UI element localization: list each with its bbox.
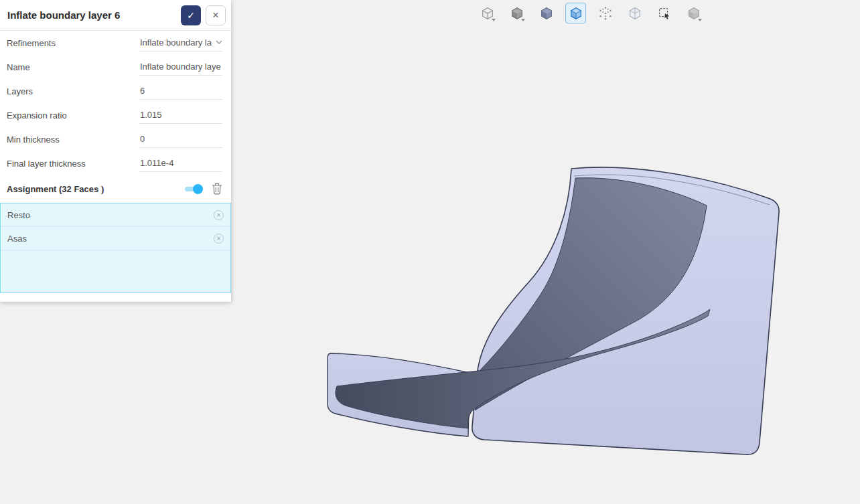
field-label: Expansion ratio: [7, 110, 67, 120]
mesh-toolbar: [477, 3, 704, 23]
assignment-item-name: Resto: [7, 210, 30, 220]
trash-icon[interactable]: [212, 183, 222, 195]
form-row-expansion-ratio: Expansion ratio 1.015: [0, 103, 231, 127]
layers-field[interactable]: 6: [139, 82, 222, 100]
assignment-label: Assignment (32 Faces ): [7, 184, 184, 194]
remove-assignment-icon[interactable]: ×: [214, 210, 224, 220]
refinements-value: Inflate boundary la: [140, 37, 212, 48]
shaded-view-icon[interactable]: [506, 3, 527, 23]
field-label: Min thickness: [7, 135, 60, 145]
min-thickness-field[interactable]: 0: [139, 131, 222, 148]
dropdown-caret-icon: [492, 19, 496, 21]
dropdown-caret-icon: [521, 19, 525, 21]
field-label: Name: [7, 62, 30, 72]
dropdown-caret-icon: [698, 19, 702, 21]
assignment-list[interactable]: Resto × Asas ×: [0, 203, 231, 293]
field-label: Final layer thickness: [7, 159, 86, 169]
chevron-down-icon: [216, 40, 222, 44]
form-row-min-thickness: Min thickness 0: [0, 127, 231, 151]
final-layer-thickness-field[interactable]: 1.011e-4: [139, 155, 222, 172]
apply-button[interactable]: ✓: [181, 5, 201, 25]
list-item[interactable]: Asas ×: [1, 227, 230, 250]
mesh-view-icon[interactable]: [565, 3, 586, 23]
check-icon: ✓: [187, 10, 195, 21]
mesh-settings-icon[interactable]: [683, 3, 704, 23]
name-field[interactable]: Inflate boundary laye: [139, 58, 222, 76]
expansion-ratio-value: 1.015: [140, 110, 162, 120]
close-panel-button[interactable]: ×: [206, 5, 226, 25]
surface-view-icon[interactable]: [536, 3, 557, 23]
refinement-panel: Inflate boundary layer 6 ✓ × Refinements…: [0, 0, 231, 302]
panel-header: Inflate boundary layer 6 ✓ ×: [0, 0, 231, 31]
assignment-item-name: Asas: [7, 234, 27, 244]
box-select-icon[interactable]: [654, 3, 674, 23]
refinements-dropdown[interactable]: Inflate boundary la: [139, 34, 222, 52]
expansion-ratio-field[interactable]: 1.015: [139, 106, 222, 124]
close-icon: ×: [212, 9, 218, 21]
form-row-name: Name Inflate boundary laye: [0, 55, 231, 79]
field-label: Layers: [7, 86, 33, 96]
list-item[interactable]: Resto ×: [1, 203, 230, 227]
name-value: Inflate boundary laye: [140, 62, 221, 72]
form-row-layers: Layers 6: [0, 79, 231, 103]
form-row-final-layer-thickness: Final layer thickness 1.011e-4: [0, 151, 231, 175]
layers-value: 6: [140, 86, 145, 96]
min-thickness-value: 0: [140, 134, 145, 144]
vertex-points-icon[interactable]: [595, 3, 616, 23]
form-row-refinements: Refinements Inflate boundary la: [0, 31, 231, 55]
assignment-header: Assignment (32 Faces ): [0, 175, 231, 202]
remove-assignment-icon[interactable]: ×: [214, 234, 224, 244]
field-label: Refinements: [7, 38, 56, 48]
wireframe-view-icon[interactable]: [624, 3, 645, 23]
assignment-toggle[interactable]: [184, 183, 204, 195]
page-title: Inflate boundary layer 6: [7, 9, 181, 21]
final-layer-thickness-value: 1.011e-4: [140, 158, 173, 168]
solid-view-icon[interactable]: [477, 3, 498, 23]
